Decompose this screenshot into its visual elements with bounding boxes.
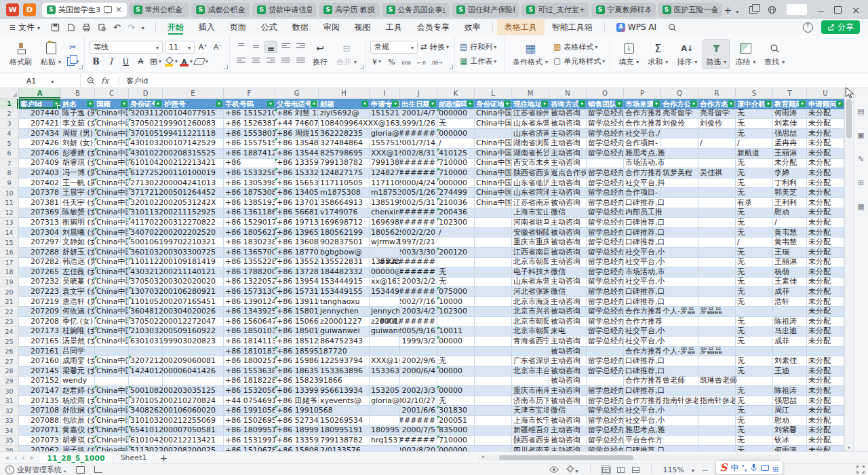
grid-cell[interactable]: +86 18099519	[224, 426, 275, 436]
new-tab-button[interactable]	[724, 3, 732, 16]
grid-cell[interactable]: 500108200203035125	[129, 386, 163, 396]
grid-cell[interactable]: 留学总经办	[587, 396, 624, 406]
grid-cell[interactable]: 罗晶晶	[698, 347, 736, 357]
grid-cell[interactable]: China中国	[95, 228, 129, 238]
grid-cell[interactable]: 2001/4/7	[400, 109, 437, 119]
grid-cell[interactable]: 留学总经办	[587, 198, 624, 208]
grid-cell[interactable]: 社交平台,小	[624, 258, 661, 268]
grid-cell[interactable]: China中国	[95, 149, 129, 159]
grid-cell[interactable]: 320311200104077915	[129, 109, 163, 119]
grid-cell[interactable]: 上海市宝山	[512, 208, 549, 218]
grid-cell[interactable]: 207161	[19, 347, 61, 357]
grid-cell[interactable]: 黄韦慧	[773, 228, 807, 238]
grid-cell[interactable]	[698, 248, 736, 258]
grid-cell[interactable]: +86 18002510	[224, 356, 275, 366]
grid-cell[interactable]: 留学总经办	[587, 436, 624, 446]
tab-table-tools[interactable]: 表格工具	[497, 19, 545, 35]
grid-cell[interactable]: 无	[736, 327, 773, 337]
grid-cell[interactable]: 102300	[437, 307, 475, 317]
table-style-button[interactable]: 表格样式	[553, 41, 605, 53]
grid-cell[interactable]: /	[437, 138, 475, 149]
column-header-O[interactable]: O	[587, 88, 624, 99]
column-header-A[interactable]: A	[19, 88, 61, 99]
row-header[interactable]: 24	[0, 327, 19, 337]
grid-cell[interactable]: 吕同学	[61, 347, 95, 357]
grid-cell[interactable]: 合作方推荐	[624, 119, 661, 129]
grid-cell[interactable]: 社交平台,小	[624, 337, 661, 347]
grid-cell[interactable]: 被动咨询	[549, 228, 587, 238]
grid-cell[interactable]: 未分配	[807, 119, 844, 129]
grid-cell[interactable]: 湖南省浏阳	[512, 138, 549, 149]
scroll-left-icon[interactable]: ◂	[481, 454, 484, 459]
justify-button[interactable]	[279, 55, 292, 67]
grid-cell[interactable]	[512, 377, 549, 387]
tab-效率[interactable]: 效率	[457, 19, 488, 35]
grid-cell[interactable]: 何雨涛	[773, 446, 807, 451]
grid-cell[interactable]: 无	[736, 109, 773, 119]
grid-cell[interactable]	[370, 416, 400, 426]
grid-cell[interactable]	[475, 208, 512, 218]
grid-cell[interactable]: 102300	[437, 218, 475, 228]
grid-cell[interactable]: +86 18753080	[224, 188, 275, 198]
filter-button[interactable]	[616, 100, 623, 107]
grid-cell[interactable]	[698, 386, 736, 396]
grid-cell[interactable]: 口碑推荐,口	[624, 356, 661, 366]
grid-cell[interactable]: 未分配	[807, 377, 844, 387]
grid-cell[interactable]: jennychen	[319, 307, 370, 317]
grid-cell[interactable]: 赵君婷 (女	[61, 386, 95, 396]
grid-cell[interactable]: 2002/7/16	[400, 297, 437, 307]
grid-cell[interactable]	[661, 386, 698, 396]
grid-cell[interactable]: 207297	[19, 238, 61, 248]
grid-cell[interactable]	[773, 307, 807, 317]
grid-cell[interactable]: 社交平台,小	[624, 406, 661, 416]
filter-button[interactable]	[267, 100, 274, 107]
grid-cell[interactable]: 胡睿琪 (女	[61, 436, 95, 446]
grid-cell[interactable]: 180995191	[370, 426, 400, 436]
grid-cell[interactable]: 430321200211140121	[129, 267, 163, 278]
grid-cell[interactable]	[661, 267, 698, 278]
grid-cell[interactable]: 韩浩远 (男	[61, 258, 95, 268]
header-cell-G[interactable]: 父母电话号码	[275, 99, 319, 109]
row-header[interactable]: 10	[0, 188, 19, 198]
grid-cell[interactable]	[661, 356, 698, 366]
grid-cell[interactable]	[807, 347, 844, 357]
grid-cell[interactable]: 钦冰	[773, 436, 807, 446]
grid-cell[interactable]: 吴佳祺	[698, 168, 736, 178]
grid-cell[interactable]: 500106199702210321	[129, 238, 163, 248]
grid-cell[interactable]: 207434	[19, 129, 61, 139]
grid-cell[interactable]: 舒欣娴 (女	[61, 406, 95, 416]
row-header[interactable]: 34	[0, 426, 19, 436]
grid-cell[interactable]: +86 1850103098	[275, 327, 319, 337]
grid-cell[interactable]: 710000	[437, 159, 475, 169]
grid-cell[interactable]: 留学总经办	[587, 149, 624, 159]
grid-cell[interactable]	[661, 208, 698, 218]
decrease-decimal-button[interactable]	[430, 56, 443, 68]
grid-cell[interactable]: 口碑推荐,口	[624, 218, 661, 228]
fill-button[interactable]: 填充	[615, 39, 642, 69]
grid-cell[interactable]: China中国	[475, 178, 512, 189]
grid-cell[interactable]: 未分配	[807, 287, 844, 297]
header-cell-D[interactable]: 身份证号	[129, 99, 163, 109]
grid-cell[interactable]: China中国	[95, 386, 129, 396]
column-header-P[interactable]: P	[624, 88, 661, 99]
grid-cell[interactable]: 无	[736, 317, 773, 327]
grid-cell[interactable]: 口碑推荐,口	[624, 366, 661, 377]
grid-cell[interactable]: 124827175	[370, 168, 400, 178]
grid-cell[interactable]: 李文茹 (女	[61, 119, 95, 129]
cell-style-button[interactable]: 单元格样式	[553, 55, 605, 67]
grid-cell[interactable]: chenxinyur	[370, 208, 400, 218]
grid-cell[interactable]: 000000	[437, 129, 475, 139]
grid-cell[interactable]: XXX@163.	[370, 149, 400, 159]
grid-cell[interactable]: gloria@uk	[370, 129, 400, 139]
filter-button[interactable]	[429, 100, 436, 107]
increase-font-button[interactable]	[197, 41, 210, 53]
grid-cell[interactable]: 207152	[19, 377, 61, 387]
document-tab[interactable]: S公务员国企事业单位	[382, 3, 450, 17]
grid-cell[interactable]: 无	[736, 337, 773, 347]
grid-cell[interactable]: 主动咨询	[549, 258, 587, 268]
close-button[interactable]	[852, 3, 860, 16]
row-header[interactable]: 11	[0, 198, 19, 208]
grid-cell[interactable]: 135522831	[319, 258, 370, 268]
grid-cell[interactable]: 王丽淋	[773, 149, 807, 159]
grid-cell[interactable]: 新疆维吾尔	[512, 426, 549, 436]
